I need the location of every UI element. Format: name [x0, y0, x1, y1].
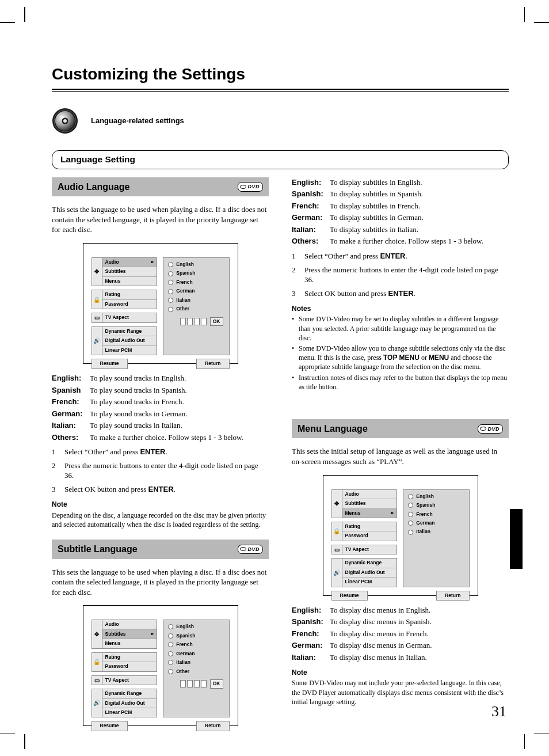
osd-group-icon: 🔒	[92, 653, 102, 671]
osd-language-panel: EnglishSpanishFrenchGermanItalianOtherOK	[163, 257, 229, 355]
osd-group-icon: 🔒	[92, 290, 102, 309]
osd-language-option: Italian	[406, 527, 466, 536]
osd-menu-group: 🔒RatingPassword	[92, 652, 158, 672]
page-number: 31	[491, 701, 506, 721]
subtitle-definitions: English:To display subtitles in English.…	[292, 177, 509, 246]
svg-point-4	[63, 119, 67, 123]
osd-menu-group: 🔒RatingPassword	[92, 290, 158, 309]
definition-desc: To display subtitles in English.	[330, 177, 509, 188]
dvd-badge: DVD	[238, 545, 263, 554]
osd-language-panel: EnglishSpanishFrenchGermanItalianOtherOK	[163, 620, 229, 717]
menu-definitions: English:To display disc menus in English…	[292, 605, 509, 663]
step-item: 1Select “Other” and press ENTER.	[52, 447, 269, 457]
definition-desc: To play sound tracks in German.	[90, 409, 269, 419]
osd-resume-button: Resume	[331, 591, 368, 601]
subtitle-intro: This sets the language to be used when p…	[52, 567, 269, 598]
thumb-tab	[510, 509, 523, 569]
osd-code-entry: OK	[166, 317, 226, 326]
definition-desc: To display disc menus in English.	[330, 605, 509, 616]
definition-desc: To display subtitles in Spanish.	[330, 189, 509, 199]
disc-icon	[52, 108, 78, 134]
definition-row: SpanishTo play sound tracks in Spanish.	[52, 385, 269, 396]
definition-desc: To make a further choice. Follow steps 1…	[330, 236, 509, 246]
osd-menu-item: TV Aspect	[102, 676, 157, 685]
osd-ok-button: OK	[210, 679, 223, 688]
subtitle-notes-bullets: Some DVD-Video may be set to display sub…	[292, 314, 509, 392]
definition-row: Italian:To play sound tracks in Italian.	[52, 420, 269, 431]
definition-desc: To display disc menus in Italian.	[330, 652, 509, 663]
audio-intro: This sets the language to be used when p…	[52, 204, 269, 235]
osd-menu-item: Digital Audio Out	[102, 336, 157, 345]
osd-resume-button: Resume	[92, 359, 128, 368]
definition-term: Italian:	[52, 420, 90, 431]
definition-term: French:	[292, 201, 330, 211]
step-item: 1Select “Other” and press ENTER.	[292, 251, 509, 261]
osd-menu-item: Menus	[342, 509, 397, 518]
definition-desc: To display subtitles in Italian.	[330, 225, 509, 235]
note-bullet: Some DVD-Video allow you to change subti…	[292, 344, 509, 372]
osd-group-icon: ▭	[92, 313, 102, 322]
osd-menu-group: ▭TV Aspect	[331, 545, 398, 554]
osd-menu-item: Rating	[102, 653, 157, 662]
menu-osd: ✥AudioSubtitlesMenus🔒RatingPassword▭TV A…	[323, 475, 478, 596]
definition-row: German:To play sound tracks in German.	[52, 409, 269, 419]
osd-menu-item: Password	[102, 662, 157, 671]
definition-term: Spanish:	[292, 189, 330, 199]
menu-language-title: Menu Language	[298, 423, 368, 435]
title-rule	[52, 89, 509, 92]
osd-menu-item: Linear PCM	[342, 578, 397, 586]
osd-menu-item: Linear PCM	[102, 708, 157, 717]
definition-desc: To make a further choice. Follow steps 1…	[90, 432, 269, 443]
osd-menu-item: Rating	[102, 290, 157, 299]
step-item: 3Select OK button and press ENTER.	[292, 288, 509, 299]
dvd-badge: DVD	[478, 424, 503, 434]
osd-language-option: German	[406, 519, 466, 527]
definition-term: German:	[52, 409, 90, 419]
note-bullet: Instruction notes of discs may refer to …	[292, 373, 509, 392]
osd-menu-item: Menus	[102, 639, 157, 648]
definition-desc: To play sound tracks in English.	[90, 373, 269, 383]
osd-group-icon: 🔒	[332, 522, 342, 541]
definition-term: French:	[52, 397, 90, 407]
osd-menu-group: ▭TV Aspect	[92, 313, 158, 322]
definition-term: Spanish:	[292, 617, 330, 627]
osd-menu-item: Audio	[102, 620, 157, 629]
osd-menu-item: TV Aspect	[342, 545, 397, 554]
osd-language-option: German	[166, 287, 226, 295]
osd-menu-item: Rating	[342, 522, 397, 531]
osd-group-icon: 🔊	[92, 689, 102, 717]
definition-term: English:	[292, 605, 330, 616]
osd-group-icon: 🔊	[332, 559, 342, 586]
step-item: 2Press the numeric buttons to enter the …	[292, 265, 509, 285]
osd-return-button: Return	[196, 721, 229, 731]
step-item: 2Press the numeric buttons to enter the …	[52, 461, 269, 481]
definition-term: German:	[292, 212, 330, 223]
definition-desc: To display subtitles in German.	[330, 212, 509, 223]
osd-language-option: English	[406, 492, 466, 501]
definition-desc: To play sound tracks in Spanish.	[90, 385, 269, 396]
definition-row: English:To display subtitles in English.	[292, 177, 509, 188]
osd-menu-item: Menus	[102, 277, 157, 286]
subtitle-language-title: Subtitle Language	[58, 543, 138, 556]
osd-menu-item: Audio	[342, 490, 397, 499]
dvd-badge: DVD	[238, 182, 263, 191]
definition-desc: To play sound tracks in Italian.	[90, 420, 269, 431]
osd-language-option: Italian	[166, 658, 226, 667]
osd-group-icon: ▭	[332, 545, 342, 554]
osd-menu-item: TV Aspect	[102, 313, 157, 322]
osd-ok-button: OK	[210, 317, 223, 326]
definition-term: French:	[292, 629, 330, 639]
definition-term: Spanish	[52, 385, 90, 396]
definition-row: French:To play sound tracks in French.	[52, 397, 269, 407]
osd-language-panel: EnglishSpanishFrenchGermanItalian	[403, 489, 469, 587]
osd-language-option: Italian	[166, 296, 226, 305]
osd-language-option: Spanish	[166, 632, 226, 640]
osd-language-option: Spanish	[406, 501, 466, 510]
menu-note-head: Note	[292, 668, 509, 677]
osd-group-icon: ▭	[92, 676, 102, 685]
definition-term: German:	[292, 640, 330, 651]
definition-row: Others:To make a further choice. Follow …	[292, 236, 509, 246]
osd-menu-group: ✥AudioSubtitlesMenus	[92, 257, 158, 286]
osd-group-icon: ✥	[332, 490, 342, 518]
osd-language-option: English	[166, 260, 226, 269]
